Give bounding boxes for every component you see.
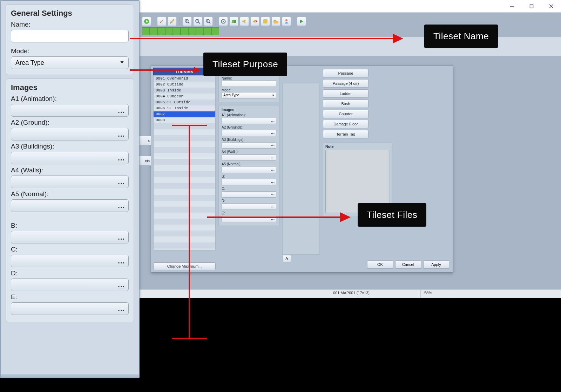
tileset-list-row[interactable] bbox=[154, 201, 215, 207]
preview-tab-a[interactable]: A bbox=[283, 255, 291, 262]
toolbar-folder-icon[interactable] bbox=[271, 17, 280, 26]
image-slot-button[interactable]: ... bbox=[11, 302, 129, 315]
passage-type-button[interactable]: Ladder bbox=[323, 89, 369, 98]
image-slot-button[interactable]: ... bbox=[11, 104, 129, 117]
dialog-image-slot-button[interactable]: ... bbox=[222, 130, 276, 136]
image-slot-label: C: bbox=[11, 246, 129, 253]
tileset-list-row[interactable] bbox=[154, 219, 215, 225]
database-side-tab[interactable]: nts bbox=[138, 156, 151, 166]
passage-type-button[interactable]: Damage Floor bbox=[323, 120, 369, 128]
note-label: Note bbox=[325, 144, 390, 149]
dialog-image-slot-label: E: bbox=[222, 211, 276, 215]
tileset-list-row[interactable] bbox=[154, 129, 215, 135]
dialog-image-slot-button[interactable]: ... bbox=[222, 191, 276, 198]
tileset-list-row[interactable] bbox=[154, 171, 215, 177]
svg-rect-24 bbox=[264, 20, 267, 23]
passage-type-button[interactable]: Passage (4 dir) bbox=[323, 79, 369, 88]
image-slot-button[interactable]: ... bbox=[11, 255, 129, 267]
tileset-list-row[interactable] bbox=[154, 195, 215, 201]
tileset-list-row[interactable]: 0003 Inside bbox=[154, 88, 215, 94]
tileset-list-row[interactable] bbox=[154, 147, 215, 153]
toolbar-character-icon[interactable] bbox=[282, 17, 291, 26]
window-minimize-button[interactable] bbox=[502, 0, 522, 13]
dialog-image-slot-button[interactable]: ... bbox=[222, 154, 276, 161]
image-slot-button[interactable]: ... bbox=[11, 176, 129, 188]
tileset-list-row[interactable]: 0005 SF Outside bbox=[154, 99, 215, 105]
toolbar-play-green-icon[interactable] bbox=[142, 17, 151, 26]
ellipsis-icon: ... bbox=[118, 106, 125, 115]
toolbar-sound-icon[interactable] bbox=[240, 17, 249, 26]
change-maximum-button[interactable]: Change Maximum... bbox=[153, 262, 216, 270]
dialog-image-slot-label: D: bbox=[222, 199, 276, 203]
image-slot-button[interactable]: ... bbox=[11, 278, 129, 291]
cancel-button[interactable]: Cancel bbox=[395, 260, 421, 269]
tileset-list-row[interactable]: 0007 bbox=[154, 111, 215, 117]
statusbar: 001:MAP001 (17x13) 58% bbox=[137, 289, 561, 298]
svg-line-7 bbox=[188, 22, 189, 23]
status-map: 001:MAP001 (17x13) bbox=[330, 290, 421, 298]
ok-button[interactable]: OK bbox=[367, 260, 393, 269]
image-slot-button[interactable]: ... bbox=[11, 128, 129, 140]
toolbar-brush-icon[interactable] bbox=[157, 17, 166, 26]
tileset-list-row[interactable]: 0006 SF Inside bbox=[154, 105, 215, 111]
tileset-list-row[interactable] bbox=[154, 141, 215, 147]
tileset-list-row[interactable] bbox=[154, 183, 215, 189]
passage-type-button[interactable]: Passage bbox=[323, 69, 369, 77]
tileset-list-row[interactable] bbox=[154, 236, 215, 242]
window-maximize-button[interactable] bbox=[522, 0, 541, 13]
tileset-list-row[interactable] bbox=[154, 177, 215, 183]
tileset-list-row[interactable]: 0001 Overworld bbox=[154, 76, 215, 82]
dialog-image-slot-button[interactable]: ... bbox=[222, 118, 276, 124]
tileset-name-input[interactable] bbox=[11, 30, 129, 42]
passage-type-button[interactable]: Counter bbox=[323, 110, 369, 118]
ellipsis-icon: ... bbox=[271, 154, 275, 159]
tileset-list-row[interactable] bbox=[154, 153, 215, 159]
tileset-list-row[interactable] bbox=[154, 165, 215, 171]
image-slot-button[interactable]: ... bbox=[11, 231, 129, 243]
passage-type-button[interactable]: Bush bbox=[323, 99, 369, 108]
apply-button[interactable]: Apply bbox=[423, 260, 449, 269]
dialog-image-slot-button[interactable]: ... bbox=[222, 204, 276, 210]
ellipsis-icon: ... bbox=[118, 233, 125, 241]
toolbar-sound-off-icon[interactable] bbox=[250, 17, 259, 26]
passage-type-button[interactable]: Terrain Tag bbox=[323, 130, 369, 138]
dialog-name-input[interactable] bbox=[222, 81, 276, 87]
toolbar-plugin-icon[interactable] bbox=[229, 17, 238, 26]
tileset-list-row[interactable]: 0008 bbox=[154, 117, 215, 123]
tileset-list-row[interactable]: 0002 Outside bbox=[154, 82, 215, 88]
image-slot-button[interactable]: ... bbox=[11, 152, 129, 164]
tileset-list-row[interactable] bbox=[154, 189, 215, 195]
toolbar-database-icon[interactable] bbox=[219, 17, 228, 26]
svg-rect-1 bbox=[530, 5, 533, 8]
tileset-list-row[interactable] bbox=[154, 225, 215, 231]
tileset-list-row[interactable] bbox=[154, 135, 215, 141]
tileset-list-row[interactable] bbox=[154, 207, 215, 213]
database-side-tab[interactable]: s bbox=[138, 136, 151, 145]
tilesets-list[interactable]: 0001 Overworld0002 Outside0003 Inside000… bbox=[153, 75, 216, 250]
dialog-image-slot-button[interactable]: ... bbox=[222, 167, 276, 173]
toolbar-music-icon[interactable] bbox=[261, 17, 270, 26]
ellipsis-icon: ... bbox=[271, 204, 275, 208]
toolbar-zoom-out-icon[interactable] bbox=[193, 17, 202, 26]
window-close-button[interactable] bbox=[541, 0, 561, 13]
svg-point-25 bbox=[285, 19, 288, 21]
image-slot-button[interactable]: ... bbox=[11, 199, 129, 212]
tileset-list-row[interactable] bbox=[154, 242, 215, 248]
toolbar-zoom-reset-icon[interactable]: 1 bbox=[204, 17, 213, 26]
tileset-list-row[interactable] bbox=[154, 159, 215, 165]
svg-line-11 bbox=[198, 22, 200, 23]
passage-type-buttons: PassagePassage (4 dir)LadderBushCounterD… bbox=[323, 69, 369, 140]
dialog-mode-select[interactable]: Area Type▼ bbox=[222, 92, 276, 98]
tileset-list-row[interactable] bbox=[154, 213, 215, 219]
toolbar-playtest-icon[interactable] bbox=[297, 17, 306, 26]
ellipsis-icon: ... bbox=[118, 178, 125, 186]
tileset-list-row[interactable]: 0004 Dungeon bbox=[154, 94, 215, 99]
dialog-image-slot-button[interactable]: ... bbox=[222, 142, 276, 149]
tileset-list-row[interactable] bbox=[154, 123, 215, 129]
toolbar-pencil-icon[interactable] bbox=[168, 17, 177, 26]
toolbar-zoom-in-icon[interactable] bbox=[183, 17, 192, 26]
dialog-image-slot-button[interactable]: ... bbox=[222, 179, 276, 185]
tileset-list-row[interactable] bbox=[154, 231, 215, 236]
tile-strip bbox=[142, 27, 408, 35]
mode-select[interactable]: Area Type bbox=[11, 56, 129, 69]
